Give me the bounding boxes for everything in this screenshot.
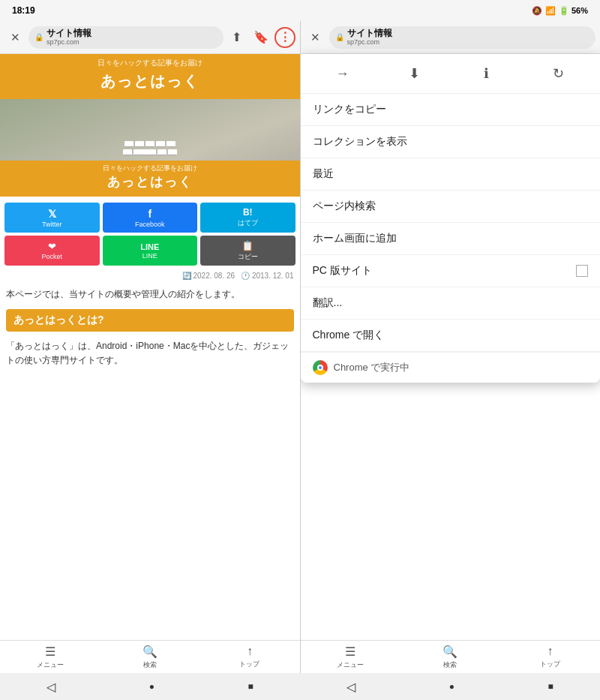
dropdown-menu: → ⬇ ℹ ↻ リンクをコピー コレクションを表示 最近 ページ内検索 ホーム画… xyxy=(301,54,601,383)
pc-site-label: PC 版サイト xyxy=(313,264,372,278)
menu-item-find[interactable]: ページ内検索 xyxy=(301,191,601,223)
status-icons: 🔕 📶 🔋 56% xyxy=(532,6,588,16)
signal-icon: 📶 xyxy=(545,6,556,16)
back-button-left[interactable]: ◁ xyxy=(46,680,56,694)
chrome-footer: Chrome で実行中 xyxy=(301,352,601,383)
menu-label-left: メニュー xyxy=(37,660,64,670)
bookmark-button[interactable]: 🔖 xyxy=(250,27,272,48)
url-stack-right: サイト情報 sp7pc.com xyxy=(347,28,392,47)
created-left: 🕐 2013. 12. 01 xyxy=(241,272,293,280)
status-bar: 18:19 🔕 📶 🔋 56% xyxy=(0,0,600,21)
left-page-content: 日々をハックする記事をお届け あっとはっく xyxy=(0,54,300,640)
find-label: ページ内検索 xyxy=(313,200,376,212)
copy-button-left[interactable]: 📋 コピー xyxy=(200,236,296,266)
lock-icon: 🔒 xyxy=(34,33,44,41)
hateb-label-left: はてブ xyxy=(238,218,258,228)
copy-link-label: リンクをコピー xyxy=(313,103,386,115)
top-banner-left: 日々をハックする記事をお届け あっとはっく xyxy=(0,54,300,99)
refresh-button[interactable]: ↻ xyxy=(544,60,572,87)
nav-menu-left[interactable]: ☰ メニュー xyxy=(0,641,100,673)
menu-icon-right: ☰ xyxy=(345,644,356,659)
pc-site-checkbox[interactable] xyxy=(576,265,588,277)
share-row1-left: 𝕏 Twitter f Facebook B! はてブ xyxy=(0,197,300,236)
top-icon-left: ↑ xyxy=(247,644,253,658)
mute-icon: 🔕 xyxy=(532,6,542,16)
right-panel: ✕ 🔒 サイト情報 sp7pc.com → ⬇ ℹ ↻ リンクをコ xyxy=(301,21,601,673)
banner-title-left: あっとはっく xyxy=(0,68,300,99)
pocket-button-left[interactable]: ❤ Pocket xyxy=(4,236,100,266)
pocket-icon-left: ❤ xyxy=(48,241,56,252)
menu-item-recent[interactable]: 最近 xyxy=(301,158,601,191)
close-button-right[interactable]: ✕ xyxy=(305,27,326,48)
menu-item-add-home[interactable]: ホーム画面に追加 xyxy=(301,223,601,255)
left-toolbar: ✕ 🔒 サイト情報 sp7pc.com ⬆ 🔖 ⋮ xyxy=(0,21,300,54)
url-bar-right[interactable]: 🔒 サイト情報 sp7pc.com xyxy=(329,26,596,49)
search-label-left: 検索 xyxy=(143,660,157,670)
battery-icon: 🔋 56% xyxy=(559,6,588,16)
left-panel: ✕ 🔒 サイト情報 sp7pc.com ⬆ 🔖 ⋮ 日々をハックする記事をお届け… xyxy=(0,21,301,673)
panels-container: ✕ 🔒 サイト情報 sp7pc.com ⬆ 🔖 ⋮ 日々をハックする記事をお届け… xyxy=(0,21,600,673)
hateb-icon-left: B! xyxy=(243,207,253,218)
nav-search-left[interactable]: 🔍 検索 xyxy=(100,641,200,673)
menu-item-collections[interactable]: コレクションを表示 xyxy=(301,126,601,158)
status-time: 18:19 xyxy=(12,5,35,16)
search-icon-left: 🔍 xyxy=(142,644,158,659)
right-toolbar: ✕ 🔒 サイト情報 sp7pc.com xyxy=(301,21,601,54)
twitter-button-left[interactable]: 𝕏 Twitter xyxy=(4,203,100,233)
url-bar-left[interactable]: 🔒 サイト情報 sp7pc.com xyxy=(28,26,224,49)
body-text-left: 本ページでは、当サイトの概要や管理人の紹介をします。 xyxy=(0,283,300,306)
line-label-left: LINE xyxy=(142,252,158,260)
translate-label: 翻訳... xyxy=(313,296,343,308)
bottom-nav-left: ☰ メニュー 🔍 検索 ↑ トップ xyxy=(0,640,300,673)
twitter-label-left: Twitter xyxy=(42,221,62,228)
back-button-right[interactable]: ◁ xyxy=(346,680,356,694)
twitter-icon-left: 𝕏 xyxy=(48,208,56,220)
page-title-right: サイト情報 xyxy=(347,28,392,38)
copy-label-left: コピー xyxy=(238,252,258,262)
nav-top-left[interactable]: ↑ トップ xyxy=(200,641,299,673)
nav-search-right[interactable]: 🔍 検索 xyxy=(400,641,500,673)
menu-item-pc-site[interactable]: PC 版サイト xyxy=(301,255,601,287)
hateb-button-left[interactable]: B! はてブ xyxy=(200,203,296,233)
menu-icon-left: ☰ xyxy=(45,644,56,659)
menu-item-copy-link[interactable]: リンクをコピー xyxy=(301,94,601,126)
copy-icon-left: 📋 xyxy=(242,240,254,251)
top-label-left: トップ xyxy=(239,659,260,669)
system-nav: ◁ ● ■ ◁ ● ■ xyxy=(0,673,600,700)
lock-icon-right: 🔒 xyxy=(335,33,344,41)
nav-menu-right[interactable]: ☰ メニュー xyxy=(301,641,400,673)
hero-overlay-left: 日々をハックする記事をお届け あっとはっく xyxy=(0,161,300,197)
dropdown-toolbar: → ⬇ ℹ ↻ xyxy=(301,54,601,94)
section-heading-left: あっとはっくとは? xyxy=(6,309,294,332)
forward-button[interactable]: → xyxy=(328,60,356,87)
dates-left: 🔄 2022. 08. 26 🕐 2013. 12. 01 xyxy=(0,270,300,283)
more-button[interactable]: ⋮ xyxy=(274,27,296,48)
home-button-right[interactable]: ● xyxy=(449,681,454,692)
close-button[interactable]: ✕ xyxy=(4,27,26,48)
recents-button-left[interactable]: ■ xyxy=(248,681,254,692)
download-button[interactable]: ⬇ xyxy=(400,60,428,87)
line-button-left[interactable]: LINE LINE xyxy=(103,236,198,266)
info-button[interactable]: ℹ xyxy=(472,60,500,87)
home-button-left[interactable]: ● xyxy=(149,681,154,692)
domain-left: sp7pc.com xyxy=(46,38,92,47)
share-row2-left: ❤ Pocket LINE LINE 📋 コピー xyxy=(0,236,300,270)
add-home-label: ホーム画面に追加 xyxy=(313,232,397,244)
menu-item-chrome-open[interactable]: Chrome で開く xyxy=(301,320,601,352)
top-label-right: トップ xyxy=(540,659,560,669)
facebook-button-left[interactable]: f Facebook xyxy=(103,203,198,233)
facebook-icon-left: f xyxy=(148,208,152,220)
updated-left: 🔄 2022. 08. 26 xyxy=(182,272,235,280)
recents-button-right[interactable]: ■ xyxy=(548,681,554,692)
search-label-right: 検索 xyxy=(443,660,457,670)
share-button[interactable]: ⬆ xyxy=(226,27,248,48)
banner-subtitle-left: 日々をハックする記事をお届け xyxy=(0,58,300,68)
domain-right: sp7pc.com xyxy=(347,38,392,47)
chrome-running-label: Chrome で実行中 xyxy=(334,361,410,374)
url-stack-left: サイト情報 sp7pc.com xyxy=(46,28,92,47)
hero-subtitle-left: 日々をハックする記事をお届け xyxy=(0,164,300,173)
menu-item-translate[interactable]: 翻訳... xyxy=(301,287,601,320)
hero-title-left: あっとはっく xyxy=(0,173,300,191)
section-body-left: 「あっとはっく」は、Android・iPhone・Macを中心とした、ガジェット… xyxy=(0,335,300,372)
nav-top-right[interactable]: ↑ トップ xyxy=(500,641,600,673)
